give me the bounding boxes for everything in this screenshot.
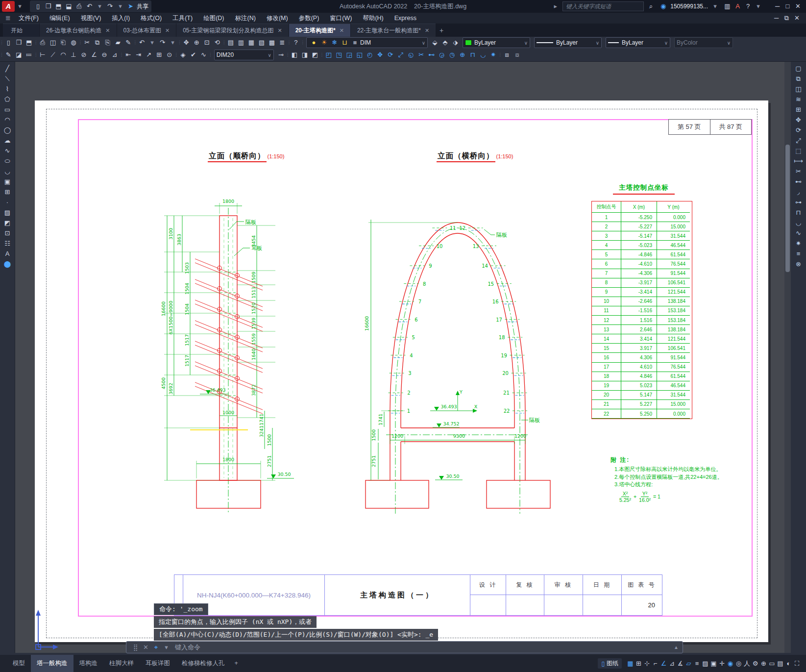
annotation-visibility-icon[interactable]: ◉ — [726, 658, 734, 669]
drawing-tab[interactable]: 开始 — [3, 24, 39, 37]
layer-make-current-icon[interactable]: ⬙ — [430, 37, 440, 48]
dim-update-icon[interactable]: ≔ — [24, 50, 34, 60]
align-mod-icon[interactable]: ≡ — [793, 249, 804, 259]
command-input-bar[interactable]: ⣿✕⌖▾ 键入命令 ▲ — [126, 641, 683, 653]
zoom-realtime-icon[interactable]: ⊕ — [192, 37, 202, 48]
drawing-tab[interactable]: 20-主塔构造图*✕ — [289, 24, 350, 37]
menu-item[interactable]: 窗口(W) — [324, 13, 357, 24]
close-icon[interactable]: ✕ — [793, 1, 803, 12]
dim-edit-icon[interactable]: ✎ — [3, 50, 14, 60]
explode-icon[interactable]: ✷ — [488, 50, 498, 60]
arc-tool-icon[interactable]: ◠ — [2, 115, 13, 125]
cart-icon[interactable]: ▥ — [722, 1, 733, 12]
cmd-close-icon[interactable]: ✕ — [141, 642, 151, 653]
publish-icon[interactable]: ⎗ — [58, 37, 69, 48]
circle-tool-icon[interactable]: ◯ — [2, 125, 13, 135]
copy-mod-icon[interactable]: ⧉ — [793, 74, 804, 84]
snap-icon[interactable]: ⊞ — [635, 658, 643, 669]
line-tool-icon[interactable]: ╱ — [2, 63, 13, 74]
new-drawing-tab-button[interactable]: + — [436, 24, 447, 37]
tolerance-icon[interactable]: ⊞ — [154, 50, 164, 60]
lineweight-control-dropdown[interactable]: ByLayer∨ — [606, 37, 670, 48]
ortho-icon[interactable]: ⌐ — [651, 658, 659, 669]
paper-space-button[interactable]: ▯ 图纸 — [598, 658, 622, 669]
polar-tracking-icon[interactable]: ∠ — [659, 658, 668, 669]
rectangle-tool-icon[interactable]: ▭ — [2, 104, 13, 115]
clean-screen-icon[interactable]: ⛶ — [793, 658, 801, 669]
new-layout-tab-button[interactable]: + — [231, 655, 242, 672]
layer-properties-icon[interactable]: ▤ — [226, 37, 236, 48]
dim-aligned-icon[interactable]: ⟋ — [48, 50, 58, 60]
qat-plot-icon[interactable]: ⎙ — [74, 1, 84, 12]
cmd-drag-handle-icon[interactable]: ⣿ — [130, 642, 141, 653]
layer-translate-icon[interactable]: ⬗ — [450, 37, 461, 48]
dim-jogged-icon[interactable]: ⊿ — [110, 50, 120, 60]
copy-clip-icon[interactable]: ⧉ — [92, 37, 102, 48]
menu-item[interactable]: 修改(M) — [261, 13, 293, 24]
doc-restore-icon[interactable]: ⧉ — [782, 13, 792, 24]
workspace-gear-icon[interactable]: ⚙ — [751, 658, 759, 669]
drawing-tab[interactable]: 22-主墩承台一般构造图*✕ — [351, 24, 436, 37]
menu-item[interactable]: 标注(N) — [230, 13, 261, 24]
tool-palettes-icon[interactable]: ≣ — [277, 37, 288, 48]
zoom-window-icon[interactable]: ⊡ — [202, 37, 212, 48]
app-menu-chevron-icon[interactable]: ▾ — [15, 1, 25, 12]
dim-linear-icon[interactable]: ⊢ — [38, 50, 48, 60]
autodesk-app-icon[interactable]: A — [733, 1, 743, 12]
fillet-mod-icon[interactable]: ◡ — [793, 218, 804, 228]
dim-ordinate-icon[interactable]: ⊥ — [69, 50, 79, 60]
dynamic-input-icon[interactable]: ✛ — [718, 658, 726, 669]
cmd-recent-chevron-icon[interactable]: ▾ — [161, 642, 171, 653]
erase-icon[interactable]: ◰ — [323, 50, 334, 60]
annotation-scale-icon[interactable]: 人 — [743, 658, 751, 669]
qat-save-icon[interactable]: ⬒ — [53, 1, 64, 12]
named-view-icon[interactable]: ◨ — [300, 50, 310, 60]
scrollbar-thumb[interactable] — [785, 145, 790, 272]
lineweight-display-icon[interactable]: ≡ — [693, 658, 701, 669]
layer-freeze-icon[interactable]: ❄ — [329, 37, 340, 48]
doc-close-icon[interactable]: ✕ — [792, 13, 802, 24]
tab-close-icon[interactable]: ✕ — [340, 27, 344, 34]
share-button[interactable]: 共享 — [137, 2, 148, 11]
qat-new-icon[interactable]: ▯ — [33, 1, 43, 12]
menu-item[interactable]: Express — [389, 13, 422, 24]
drawing-tab[interactable]: 03-总体布置图✕ — [117, 24, 176, 37]
object-snap-tracking-icon[interactable]: ∡ — [676, 658, 684, 669]
isolate-objects-icon[interactable]: ◐ — [784, 658, 793, 669]
menu-item[interactable]: 插入(I) — [106, 13, 135, 24]
region-tool-icon[interactable]: ⊡ — [2, 228, 13, 238]
qat-undo-icon[interactable]: ↶ — [84, 1, 95, 12]
color-control-dropdown[interactable]: ByLayer∨ — [463, 37, 530, 48]
ellipse-arc-tool-icon[interactable]: ◡ — [2, 166, 13, 176]
menu-item[interactable]: 绘图(D) — [198, 13, 229, 24]
tab-close-icon[interactable]: ✕ — [425, 27, 429, 34]
scale-icon[interactable]: ⤢ — [395, 50, 406, 60]
mirror-mod-icon[interactable]: ◫ — [793, 84, 804, 94]
qat-open-icon[interactable]: ❒ — [43, 1, 53, 12]
layout-tab[interactable]: 耳板详图 — [140, 655, 176, 672]
hatch-tool-icon[interactable]: ▨ — [2, 207, 13, 218]
point-tool-icon[interactable]: ∙ — [2, 197, 13, 207]
break-point-mod-icon[interactable]: ◞ — [793, 187, 804, 197]
viewport-icon[interactable]: ◧ — [290, 50, 300, 60]
menu-grid-icon[interactable]: ≣ — [3, 13, 13, 24]
edit-block-icon[interactable]: ✎ — [123, 37, 133, 48]
qat-redo-chevron-icon[interactable]: ▾ — [115, 1, 125, 12]
polyline-tool-icon[interactable]: ⌇ — [2, 84, 13, 94]
layer-thaw-sun-icon[interactable]: ☀ — [319, 37, 329, 48]
trim-mod-icon[interactable]: ✂ — [793, 166, 804, 176]
menu-item[interactable]: 编辑(E) — [44, 13, 75, 24]
plot-preview-icon[interactable]: ◫ — [48, 37, 58, 48]
array-icon[interactable]: ◴ — [365, 50, 375, 60]
array-mod-icon[interactable]: ⊞ — [793, 104, 804, 115]
qat-redo-icon[interactable]: ↷ — [105, 1, 115, 12]
redo-icon[interactable]: ↷ — [157, 37, 168, 48]
layer-on-bulb-icon[interactable]: ● — [309, 37, 319, 48]
chamfer-mod-icon[interactable]: ⊓ — [793, 207, 804, 218]
plot-icon[interactable]: ⎙ — [38, 37, 48, 48]
explode-mod-icon[interactable]: ✷ — [793, 238, 804, 249]
join-mod-icon[interactable]: ⊶ — [793, 197, 804, 207]
cmd-customize-icon[interactable]: ⌖ — [151, 642, 161, 653]
drawing-tab[interactable]: 26-边墩承台钢筋构造✕ — [40, 24, 117, 37]
insert-block-icon[interactable]: ▣ — [2, 176, 13, 187]
